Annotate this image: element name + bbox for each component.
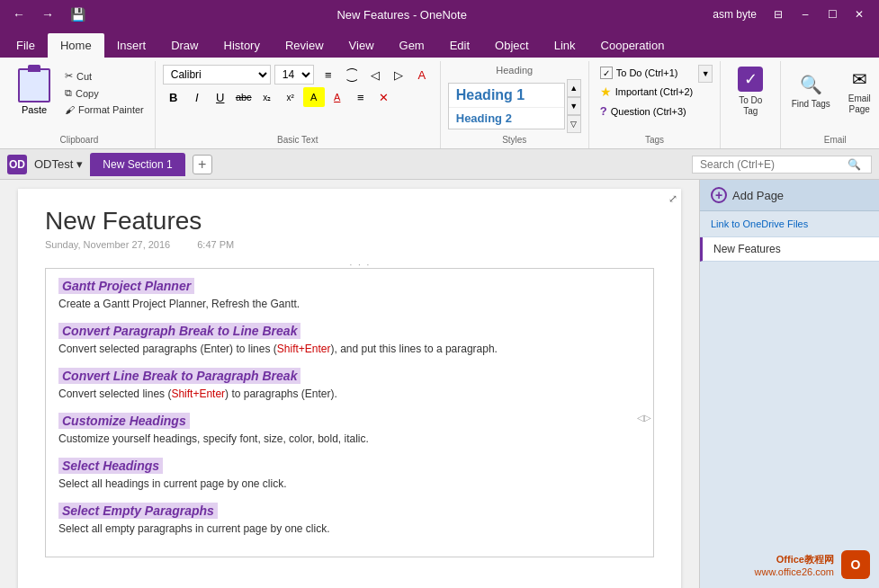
page-item-new-features[interactable]: New Features xyxy=(700,237,879,262)
italic-button[interactable]: I xyxy=(186,87,208,107)
add-section-button[interactable]: + xyxy=(193,155,212,174)
save-button[interactable]: 💾 xyxy=(65,5,91,23)
forward-button[interactable]: → xyxy=(36,5,59,23)
expand-button[interactable]: ⤢ xyxy=(668,192,677,205)
todo-check-icon: ✓ xyxy=(738,67,763,92)
todo-tag-label: To DoTag xyxy=(739,95,762,117)
paste-button[interactable]: Paste xyxy=(11,65,58,119)
underline-button[interactable]: U xyxy=(210,87,231,107)
font-color-button[interactable]: A xyxy=(327,87,348,107)
title-bar: ← → 💾 New Features - OneNote asm byte ⊟ … xyxy=(0,0,879,29)
outdent-button[interactable]: ◁ xyxy=(364,65,386,85)
tab-edit[interactable]: Edit xyxy=(437,33,482,58)
shift-enter-2-highlight: Shift+Enter xyxy=(171,388,225,400)
todo-checkbox-icon: ✓ xyxy=(600,67,613,79)
tab-insert[interactable]: Insert xyxy=(104,33,159,58)
tab-view[interactable]: View xyxy=(336,33,387,58)
find-email-group: 🔍 Find Tags ✉ Email Page Email xyxy=(781,61,879,148)
notebook-bar: OD ODTest ▾ New Section 1 + 🔍 xyxy=(0,149,879,180)
todo-tag-group: ✓ To DoTag xyxy=(721,61,781,148)
paste-label: Paste xyxy=(22,104,47,115)
bold-button[interactable]: B xyxy=(163,87,184,107)
heading1-style[interactable]: Heading 1 xyxy=(449,84,564,108)
highlight-clear-button[interactable]: A xyxy=(411,65,433,85)
tab-cooperation[interactable]: Cooperation xyxy=(588,33,677,58)
todo-tag-button[interactable]: ✓ To DoTag xyxy=(728,65,773,119)
tag-important[interactable]: ★ Important (Ctrl+2) xyxy=(596,83,697,101)
feature-desc-5: Select all empty paragraphs in current p… xyxy=(58,522,641,535)
font-row: Calibri 14 ≡ ⁐ ◁ ▷ A xyxy=(163,65,433,85)
tab-gem[interactable]: Gem xyxy=(387,33,437,58)
highlight-button[interactable]: A xyxy=(303,87,325,107)
bullets-button[interactable]: ≡ xyxy=(318,65,339,85)
right-panel: + Add Page Link to OneDrive Files New Fe… xyxy=(699,180,879,588)
clipboard-group: Paste ✂ Cut ⧉ Copy 🖌 Format Painter xyxy=(4,61,156,148)
search-icon[interactable]: 🔍 xyxy=(848,158,861,171)
minimize-button[interactable]: – xyxy=(793,4,818,24)
tags-content: ✓ To Do (Ctrl+1) ★ Important (Ctrl+2) ? … xyxy=(596,65,713,133)
copy-icon: ⧉ xyxy=(65,87,72,99)
styles-scroll-up[interactable]: ▲ xyxy=(567,79,581,97)
styles-scroll-down[interactable]: ▼ xyxy=(567,97,581,115)
watermark: Office教程网 www.office26.com O xyxy=(755,550,870,579)
title-bar-right: asm byte ⊟ – ☐ ✕ xyxy=(713,4,872,24)
tab-link[interactable]: Link xyxy=(542,33,588,58)
tab-file[interactable]: File xyxy=(4,33,48,58)
notebook-dropdown-icon: ▾ xyxy=(76,157,83,171)
email-page-label: Email Page xyxy=(837,94,879,115)
tag-question[interactable]: ? Question (Ctrl+3) xyxy=(596,102,697,120)
todo-group-label xyxy=(728,145,773,148)
feature-item-5: Select Empty Paragraphs Select all empty… xyxy=(58,503,641,535)
email-page-button[interactable]: ✉ Email Page xyxy=(837,65,879,119)
font-family-select[interactable]: Calibri xyxy=(163,65,271,85)
basic-text-group: Calibri 14 ≡ ⁐ ◁ ▷ A B I xyxy=(156,61,441,148)
watermark-line2: www.office26.com xyxy=(755,566,834,577)
ribbon-tabs: File Home Insert Draw History Review Vie… xyxy=(0,29,879,58)
superscript-button[interactable]: x² xyxy=(280,87,301,107)
subscript-button[interactable]: x₂ xyxy=(256,87,278,107)
tags-scroll-down[interactable]: ▼ xyxy=(698,65,713,83)
tag-todo[interactable]: ✓ To Do (Ctrl+1) xyxy=(596,65,697,81)
date-text: Sunday, November 27, 2016 xyxy=(45,239,170,250)
link-to-onedrive[interactable]: Link to OneDrive Files xyxy=(700,211,879,237)
restore-button[interactable]: ⊟ xyxy=(766,4,791,24)
close-button[interactable]: ✕ xyxy=(847,4,872,24)
tag-important-label: Important (Ctrl+2) xyxy=(615,86,694,97)
content-box-resize-handle[interactable]: ◁▷ xyxy=(637,413,651,423)
tab-review[interactable]: Review xyxy=(273,33,336,58)
heading2-style[interactable]: Heading 2 xyxy=(449,108,564,129)
notebook-name[interactable]: ODTest ▾ xyxy=(34,157,83,171)
strikethrough-button[interactable]: abc xyxy=(233,87,255,107)
search-input[interactable] xyxy=(700,158,844,171)
format-row: B I U abc x₂ x² A A ≡ ✕ xyxy=(163,87,395,107)
clear-format-button[interactable]: ✕ xyxy=(373,87,395,107)
maximize-button[interactable]: ☐ xyxy=(820,4,845,24)
main-content: ⤢ New Features Sunday, November 27, 2016… xyxy=(0,180,879,588)
align-button[interactable]: ≡ xyxy=(350,87,372,107)
tab-history[interactable]: History xyxy=(211,33,273,58)
back-button[interactable]: ← xyxy=(7,5,31,23)
tab-home[interactable]: Home xyxy=(48,33,104,58)
indent-button[interactable]: ▷ xyxy=(388,65,409,85)
copy-button[interactable]: ⧉ Copy xyxy=(61,85,148,101)
format-painter-button[interactable]: 🖌 Format Painter xyxy=(61,102,148,117)
clipboard-label: Clipboard xyxy=(11,135,148,148)
feature-title-2: Convert Line Break to Paragraph Break xyxy=(58,368,300,384)
font-size-select[interactable]: 14 xyxy=(274,65,314,85)
tab-draw[interactable]: Draw xyxy=(158,33,211,58)
feature-desc-4: Select all headings in current page by o… xyxy=(58,477,641,490)
email-page-icon: ✉ xyxy=(852,68,867,90)
styles-scroll-more[interactable]: ▽ xyxy=(567,115,581,133)
feature-item-1: Convert Paragraph Break to Line Break Co… xyxy=(58,323,641,355)
title-bar-left: ← → 💾 xyxy=(7,5,91,23)
add-page-button[interactable]: + Add Page xyxy=(700,180,879,211)
find-tags-icon: 🔍 xyxy=(800,74,822,95)
find-tags-button[interactable]: 🔍 Find Tags xyxy=(788,65,833,119)
numbering-button[interactable]: ⁐ xyxy=(341,65,363,85)
styles-label: Styles xyxy=(448,135,581,148)
tab-object[interactable]: Object xyxy=(482,33,542,58)
cut-button[interactable]: ✂ Cut xyxy=(61,68,148,84)
section-tab-new-section-1[interactable]: New Section 1 xyxy=(90,153,184,176)
page-date: Sunday, November 27, 2016 6:47 PM xyxy=(45,239,654,250)
tags-list: ✓ To Do (Ctrl+1) ★ Important (Ctrl+2) ? … xyxy=(596,65,697,120)
